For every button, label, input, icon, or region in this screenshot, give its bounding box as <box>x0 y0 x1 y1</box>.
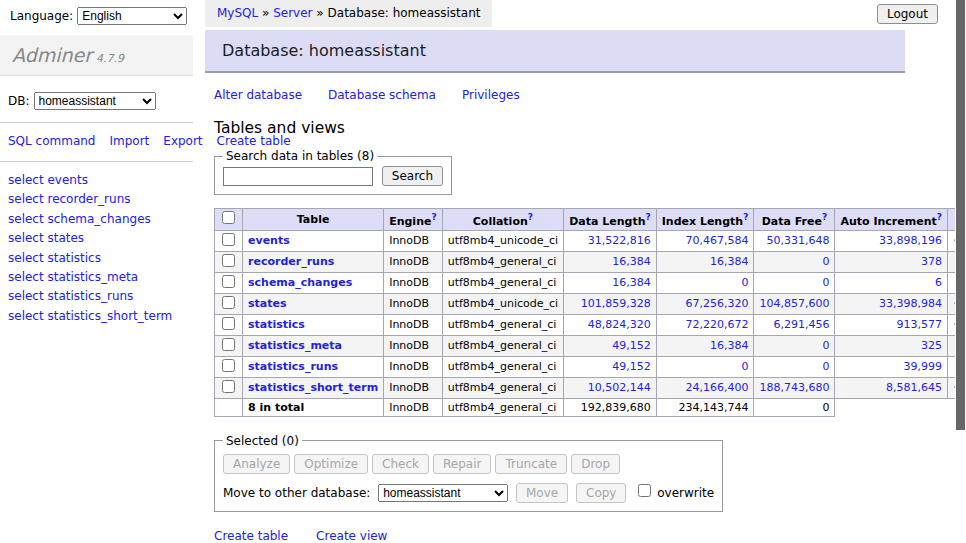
row-select-cell <box>215 335 243 356</box>
link-create-table[interactable]: Create table <box>214 529 288 543</box>
search-button[interactable]: Search <box>382 166 443 186</box>
table-name-link[interactable]: events <box>248 234 290 247</box>
truncate-button[interactable]: Truncate <box>495 454 567 474</box>
language-select[interactable]: English <box>77 7 187 25</box>
drop-button[interactable]: Drop <box>571 454 620 474</box>
link-privileges[interactable]: Privileges <box>462 88 520 102</box>
link-export[interactable]: Export <box>163 134 202 148</box>
cell-engine: InnoDB <box>384 251 443 272</box>
search-legend: Search data in tables (8) <box>223 149 377 163</box>
row-checkbox[interactable] <box>222 359 235 372</box>
cell-data-length: 49,152 <box>564 356 657 377</box>
cell-table-name: statistics_runs <box>243 356 384 377</box>
column-header-engine: Engine? <box>384 209 443 231</box>
row-checkbox[interactable] <box>222 380 235 393</box>
cell-table-name: schema_changes <box>243 272 384 293</box>
header-row: TableEngine?Collation?Data Length?Index … <box>215 209 966 231</box>
table-name-link[interactable]: statistics <box>248 318 305 331</box>
row-checkbox[interactable] <box>222 233 235 246</box>
page-title: Database: homeassistant <box>205 30 905 73</box>
cell-data-free: 0 <box>754 335 835 356</box>
column-help: ? <box>645 211 650 222</box>
table-row: eventsInnoDButf8mb4_unicode_ci31,522,816… <box>215 230 966 251</box>
row-checkbox[interactable] <box>222 275 235 288</box>
total-data-free: 0 <box>754 398 835 416</box>
search-input[interactable] <box>223 167 373 186</box>
total-index-length: 234,143,744 <box>656 398 754 416</box>
overwrite-label: overwrite <box>657 486 714 500</box>
cell-data-length: 10,502,144 <box>564 377 657 398</box>
column-header-table: Table <box>243 209 384 231</box>
column-help-link[interactable]: ? <box>743 212 748 222</box>
cell-collation: utf8mb4_general_ci <box>442 272 563 293</box>
sidebar-table-link[interactable]: select states <box>8 229 84 248</box>
link-import[interactable]: Import <box>109 134 149 148</box>
table-name-link[interactable]: statistics_meta <box>248 339 342 352</box>
app-logo[interactable]: Adminer4.7.9 <box>0 35 193 76</box>
breadcrumb-link[interactable]: MySQL <box>217 6 258 20</box>
table-link-row: select statistics_short_term <box>8 307 193 326</box>
content: MySQL » Server » Database: homeassistant… <box>205 0 905 543</box>
table-row: recorder_runsInnoDButf8mb4_general_ci16,… <box>215 251 966 272</box>
copy-button[interactable]: Copy <box>576 483 626 503</box>
sidebar-table-link[interactable]: select statistics_short_term <box>8 307 172 326</box>
total-data-length: 192,839,680 <box>564 398 657 416</box>
db-select[interactable]: homeassistant <box>34 92 156 110</box>
row-checkbox[interactable] <box>222 317 235 330</box>
table-link-row: select recorder_runs <box>8 190 193 209</box>
sidebar-table-link[interactable]: select events <box>8 171 88 190</box>
table-link-row: select events <box>8 171 193 190</box>
sidebar-table-link[interactable]: select statistics <box>8 249 101 268</box>
column-help-link[interactable]: ? <box>431 212 436 222</box>
sidebar-table-link[interactable]: select statistics_runs <box>8 287 133 306</box>
repair-button[interactable]: Repair <box>433 454 491 474</box>
tables-table-body: eventsInnoDButf8mb4_unicode_ci31,522,816… <box>215 230 966 416</box>
language-label: Language: <box>10 9 73 23</box>
optimize-button[interactable]: Optimize <box>294 454 368 474</box>
cell-data-free: 6,291,456 <box>754 314 835 335</box>
row-select-cell <box>215 356 243 377</box>
move-database-select[interactable]: homeassistant <box>378 484 508 502</box>
check-button[interactable]: Check <box>372 454 429 474</box>
sidebar-table-link[interactable]: select schema_changes <box>8 210 151 229</box>
link-database-schema[interactable]: Database schema <box>328 88 436 102</box>
breadcrumb-link[interactable]: Server <box>273 6 312 20</box>
scrollbar-thumb[interactable] <box>956 0 965 430</box>
table-name-link[interactable]: statistics_short_term <box>248 381 378 394</box>
table-link-row: select statistics_meta <box>8 268 193 287</box>
logout-button[interactable]: Logout <box>877 4 938 24</box>
total-engine: InnoDB <box>384 398 443 416</box>
column-help-link[interactable]: ? <box>822 212 827 222</box>
sidebar-divider <box>0 161 193 162</box>
row-select-cell <box>215 293 243 314</box>
row-select-cell <box>215 230 243 251</box>
table-name-link[interactable]: recorder_runs <box>248 255 334 268</box>
cell-engine: InnoDB <box>384 377 443 398</box>
select-all-checkbox[interactable] <box>222 211 235 224</box>
move-button[interactable]: Move <box>516 483 568 503</box>
row-checkbox[interactable] <box>222 296 235 309</box>
table-name-link[interactable]: states <box>248 297 287 310</box>
db-label: DB: <box>8 94 30 108</box>
row-checkbox[interactable] <box>222 338 235 351</box>
overwrite-checkbox[interactable] <box>638 484 651 497</box>
sidebar-table-link[interactable]: select recorder_runs <box>8 190 131 209</box>
column-help-link[interactable]: ? <box>528 212 533 222</box>
sidebar-table-link[interactable]: select statistics_meta <box>8 268 138 287</box>
link-sql-command[interactable]: SQL command <box>8 134 95 148</box>
column-help-link[interactable]: ? <box>645 212 650 222</box>
link-create-view[interactable]: Create view <box>316 529 387 543</box>
link-alter-database[interactable]: Alter database <box>214 88 302 102</box>
column-help-link[interactable]: ? <box>937 212 942 222</box>
table-name-link[interactable]: schema_changes <box>248 276 352 289</box>
table-link-row: select schema_changes <box>8 210 193 229</box>
column-header-auto-increment: Auto Increment? <box>835 209 948 231</box>
bulk-actions-row: AnalyzeOptimizeCheckRepairTruncateDrop <box>223 454 714 474</box>
table-row: statesInnoDButf8mb4_unicode_ci101,859,32… <box>215 293 966 314</box>
cell-data-free: 188,743,680 <box>754 377 835 398</box>
cell-auto-increment: 33,898,196 <box>835 230 948 251</box>
analyze-button[interactable]: Analyze <box>223 454 290 474</box>
table-name-link[interactable]: statistics_runs <box>248 360 338 373</box>
row-checkbox[interactable] <box>222 254 235 267</box>
selected-legend: Selected (0) <box>223 434 302 448</box>
